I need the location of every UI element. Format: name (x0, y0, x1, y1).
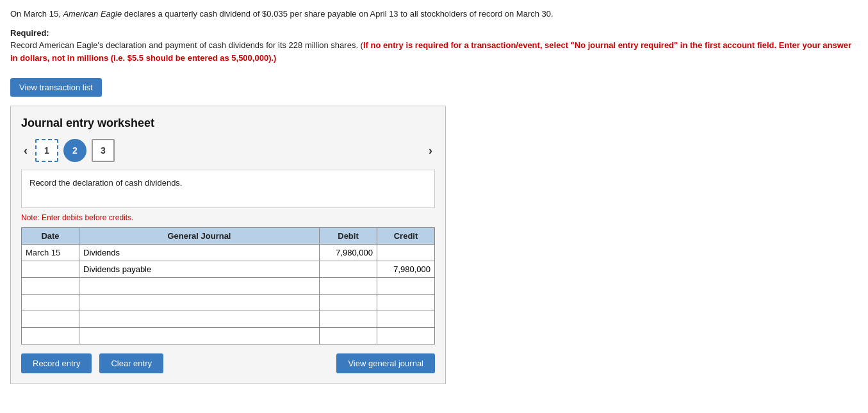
next-arrow[interactable]: › (426, 144, 435, 158)
tab-1[interactable]: 1 (35, 139, 58, 162)
intro-required: Required: Record American Eagle's declar… (10, 27, 858, 65)
debit-input-6[interactable] (323, 331, 373, 341)
debit-cell-2[interactable] (320, 261, 377, 278)
debit-input-5[interactable] (323, 314, 373, 324)
table-row (22, 261, 435, 278)
credit-input-3[interactable] (381, 281, 430, 291)
account-cell-1[interactable] (79, 245, 320, 261)
instruction-box: Record the declaration of cash dividends… (21, 170, 435, 208)
debit-cell-6[interactable] (320, 328, 377, 344)
credit-cell-5[interactable] (377, 311, 435, 328)
credit-cell-6[interactable] (377, 328, 435, 344)
credit-input-2[interactable] (381, 264, 430, 274)
table-row: March 15 (22, 245, 435, 261)
journal-table: Date General Journal Debit Credit March … (21, 227, 435, 344)
account-cell-5[interactable] (79, 311, 320, 328)
account-input-4[interactable] (83, 298, 315, 307)
view-transaction-button[interactable]: View transaction list (10, 78, 102, 97)
account-input-2[interactable] (83, 264, 315, 274)
table-row (22, 278, 435, 295)
account-cell-6[interactable] (79, 328, 320, 344)
credit-input-5[interactable] (381, 314, 430, 324)
clear-entry-button[interactable]: Clear entry (99, 353, 163, 373)
date-cell-5 (22, 311, 79, 328)
debit-cell-4[interactable] (320, 295, 377, 311)
note-text: Note: Enter debits before credits. (21, 213, 435, 222)
date-cell-4 (22, 295, 79, 311)
debit-cell-3[interactable] (320, 278, 377, 295)
table-row (22, 295, 435, 311)
intro-line1: On March 15, American Eagle declares a q… (10, 8, 858, 20)
credit-input-6[interactable] (381, 331, 430, 341)
account-input-5[interactable] (83, 314, 315, 324)
prev-arrow[interactable]: ‹ (21, 144, 30, 158)
date-cell-6 (22, 328, 79, 344)
account-input-1[interactable] (83, 248, 315, 257)
tab-row: ‹ 1 2 3 › (21, 139, 435, 162)
credit-cell-1[interactable] (377, 245, 435, 261)
date-cell-2 (22, 261, 79, 278)
account-cell-4[interactable] (79, 295, 320, 311)
header-date: Date (22, 228, 79, 245)
worksheet-title: Journal entry worksheet (21, 117, 435, 130)
debit-cell-5[interactable] (320, 311, 377, 328)
required-label: Required: (10, 28, 49, 38)
debit-input-3[interactable] (323, 281, 373, 291)
debit-input-1[interactable] (323, 248, 373, 257)
credit-cell-4[interactable] (377, 295, 435, 311)
account-input-3[interactable] (83, 281, 315, 291)
debit-input-4[interactable] (323, 298, 373, 307)
red-instruction: If no entry is required for a transactio… (10, 40, 851, 63)
credit-input-4[interactable] (381, 298, 430, 307)
account-cell-3[interactable] (79, 278, 320, 295)
debit-input-2[interactable] (323, 264, 373, 274)
credit-cell-3[interactable] (377, 278, 435, 295)
date-cell-1: March 15 (22, 245, 79, 261)
instruction-text: Record the declaration of cash dividends… (29, 178, 182, 188)
header-credit: Credit (377, 228, 435, 245)
date-cell-3 (22, 278, 79, 295)
credit-cell-2[interactable] (377, 261, 435, 278)
view-general-journal-button[interactable]: View general journal (336, 353, 435, 373)
account-input-6[interactable] (83, 331, 315, 341)
worksheet-container: Journal entry worksheet ‹ 1 2 3 › Record… (10, 106, 446, 384)
tab-2[interactable]: 2 (63, 139, 86, 162)
credit-input-1[interactable] (381, 248, 430, 257)
record-entry-button[interactable]: Record entry (21, 353, 92, 373)
debit-cell-1[interactable] (320, 245, 377, 261)
tab-3[interactable]: 3 (92, 139, 115, 162)
header-debit: Debit (320, 228, 377, 245)
header-general-journal: General Journal (79, 228, 320, 245)
table-row (22, 311, 435, 328)
bottom-buttons: Record entry Clear entry View general jo… (21, 353, 435, 373)
table-row (22, 328, 435, 344)
intro-section: On March 15, American Eagle declares a q… (10, 8, 858, 64)
account-cell-2[interactable] (79, 261, 320, 278)
